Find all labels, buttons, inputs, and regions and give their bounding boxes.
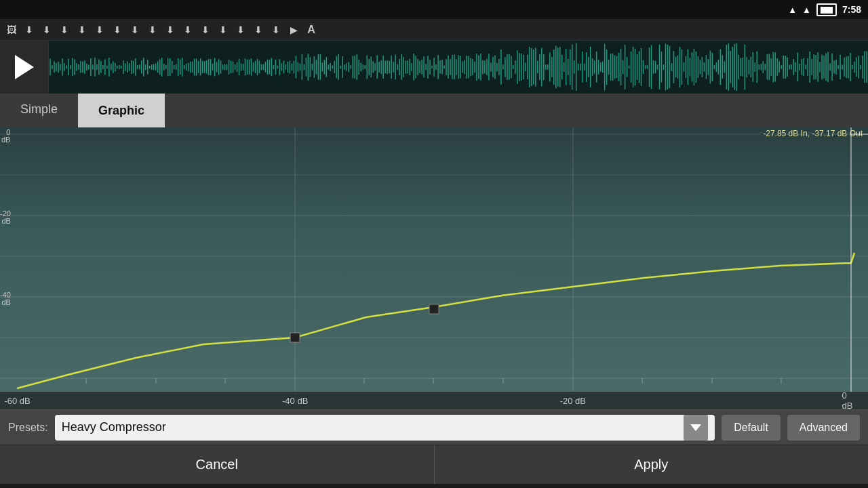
- toolbar-dl12-icon[interactable]: ⬇: [216, 22, 231, 37]
- x-label-0db: 0 dB: [842, 390, 860, 411]
- tab-bar: Simple Graphic: [0, 94, 868, 127]
- advanced-button[interactable]: Advanced: [787, 415, 860, 441]
- axis-bottom: -60 dB -40 dB -20 dB 0 dB: [0, 392, 868, 409]
- toolbar-image-icon[interactable]: 🖼: [4, 22, 19, 37]
- waveform-bar: [0, 41, 868, 94]
- toolbar-dl2-icon[interactable]: ⬇: [39, 22, 54, 37]
- waveform-display: [49, 41, 868, 94]
- status-bar: ▲ ▲ 7:58: [0, 0, 868, 19]
- x-label-60db: -60 dB: [4, 396, 30, 406]
- preset-input[interactable]: [62, 420, 684, 434]
- toolbar-dl1-icon[interactable]: ⬇: [22, 22, 37, 37]
- toolbar-dl14-icon[interactable]: ⬇: [251, 22, 266, 37]
- apply-button[interactable]: Apply: [435, 445, 869, 484]
- svg-rect-413: [290, 333, 300, 342]
- toolbar-play-icon[interactable]: ▶: [286, 22, 301, 37]
- toolbar-dl6-icon[interactable]: ⬇: [110, 22, 125, 37]
- toolbar-dl13-icon[interactable]: ⬇: [233, 22, 248, 37]
- toolbar-dl5-icon[interactable]: ⬇: [92, 22, 107, 37]
- signal-icon: ▲: [802, 5, 811, 15]
- toolbar-dl3-icon[interactable]: ⬇: [57, 22, 72, 37]
- play-button[interactable]: [0, 41, 49, 94]
- x-label-20db: -20 dB: [560, 396, 586, 406]
- play-triangle-icon: [15, 55, 34, 79]
- toolbar-text-icon[interactable]: A: [304, 22, 319, 37]
- status-time: 7:58: [842, 4, 861, 15]
- presets-label: Presets:: [8, 422, 48, 434]
- preset-dropdown-button[interactable]: [684, 415, 708, 441]
- tab-graphic[interactable]: Graphic: [78, 94, 165, 127]
- toolbar-dl15-icon[interactable]: ⬇: [269, 22, 283, 37]
- chevron-down-icon: [690, 424, 701, 431]
- default-button[interactable]: Default: [722, 415, 781, 441]
- toolbar-dl10-icon[interactable]: ⬇: [180, 22, 195, 37]
- x-label-40db: -40 dB: [282, 396, 308, 406]
- chart-area[interactable]: -27.85 dB In, -37.17 dB Out 0dB -20dB -4…: [0, 127, 868, 392]
- presets-row: Presets: Default Advanced: [0, 409, 868, 445]
- battery-icon: [816, 3, 837, 16]
- toolbar: 🖼 ⬇ ⬇ ⬇ ⬇ ⬇ ⬇ ⬇ ⬇ ⬇ ⬇ ⬇ ⬇ ⬇ ⬇ ⬇ ▶ A: [0, 19, 868, 41]
- toolbar-dl8-icon[interactable]: ⬇: [145, 22, 160, 37]
- toolbar-dl4-icon[interactable]: ⬇: [75, 22, 90, 37]
- toolbar-dl11-icon[interactable]: ⬇: [198, 22, 213, 37]
- bottom-buttons: Cancel Apply: [0, 445, 868, 484]
- toolbar-dl9-icon[interactable]: ⬇: [163, 22, 178, 37]
- svg-rect-414: [429, 304, 439, 314]
- tab-simple[interactable]: Simple: [0, 94, 78, 127]
- toolbar-dl7-icon[interactable]: ⬇: [127, 22, 142, 37]
- cancel-button[interactable]: Cancel: [0, 445, 435, 484]
- wifi-icon: ▲: [788, 5, 797, 15]
- preset-input-wrapper: [55, 415, 715, 441]
